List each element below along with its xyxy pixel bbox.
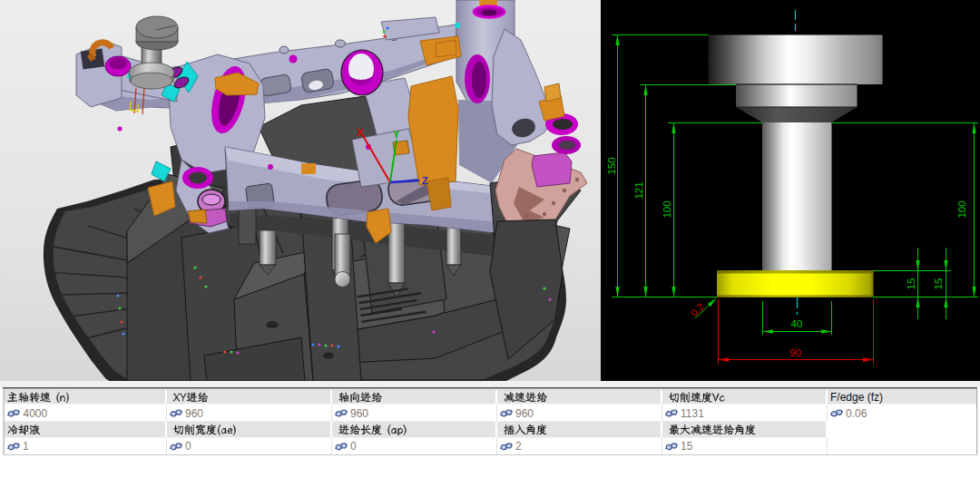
svg-text:40: 40 <box>791 318 803 329</box>
svg-text:100: 100 <box>956 200 967 218</box>
svg-text:15: 15 <box>681 441 693 454</box>
svg-text:0.06: 0.06 <box>846 407 867 420</box>
svg-text:100: 100 <box>662 200 672 218</box>
svg-text:15: 15 <box>906 278 916 290</box>
svg-text:0: 0 <box>185 441 191 454</box>
svg-text:150: 150 <box>606 157 617 174</box>
svg-text:F/edge (fz): F/edge (fz) <box>830 392 883 405</box>
svg-text:960: 960 <box>515 407 534 420</box>
svg-text:Z: Z <box>422 175 428 186</box>
svg-text:Y: Y <box>393 129 400 140</box>
svg-text:0: 0 <box>350 441 357 454</box>
svg-text:121: 121 <box>633 181 644 199</box>
svg-text:X: X <box>357 127 364 138</box>
svg-text:1: 1 <box>23 441 29 454</box>
svg-text:960: 960 <box>185 407 203 420</box>
svg-text:960: 960 <box>350 407 368 420</box>
svg-text:2: 2 <box>515 441 522 454</box>
svg-text:4000: 4000 <box>24 407 48 420</box>
svg-text:1131: 1131 <box>681 407 704 420</box>
svg-text:15: 15 <box>933 278 944 290</box>
svg-text:90: 90 <box>789 347 801 358</box>
